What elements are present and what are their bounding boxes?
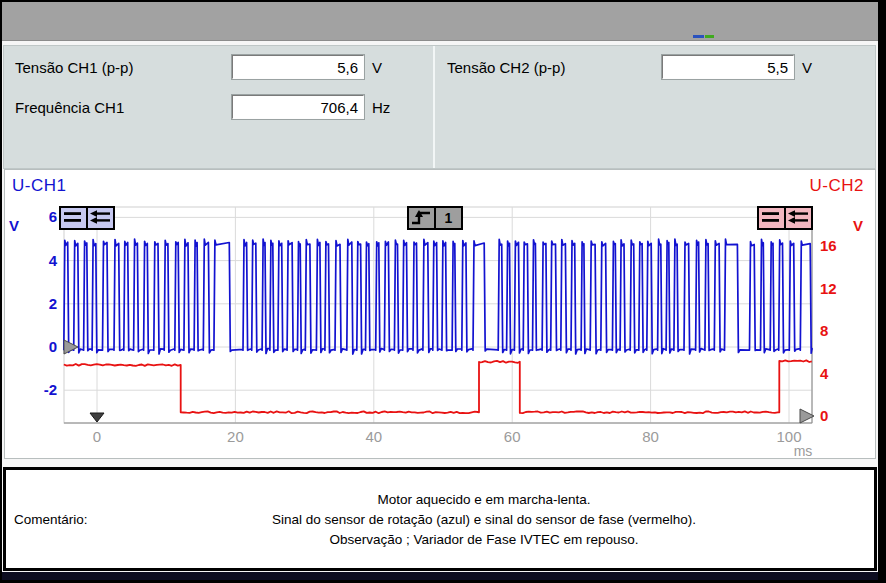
comment-line-1: Motor aquecido e em marcha-lenta. bbox=[94, 490, 874, 510]
right-tick-label: 12 bbox=[820, 280, 837, 297]
titlebar bbox=[2, 2, 878, 41]
left-tick-label: 6 bbox=[49, 208, 57, 225]
ch1-frequency-unit: Hz bbox=[372, 99, 390, 116]
rising-edge-trigger-icon bbox=[409, 208, 436, 228]
app-window: Tensão CH1 (p-p) 5,6 V Frequência CH1 70… bbox=[2, 2, 878, 580]
comment-panel: Comentário: Motor aquecido e em marcha-l… bbox=[3, 467, 877, 571]
trigger-channel-number: 1 bbox=[445, 211, 453, 225]
ch1-voltage-unit: V bbox=[372, 59, 382, 76]
ch2-voltage-field[interactable]: 5,5 bbox=[662, 55, 794, 79]
ch2-trace-title: U-CH2 bbox=[810, 176, 864, 196]
x-tick-label: 80 bbox=[642, 428, 659, 445]
trigger-channel-cell: 1 bbox=[436, 208, 461, 228]
titlebar-logo-dash-blue bbox=[693, 35, 704, 38]
right-tick-label: 0 bbox=[820, 407, 828, 424]
ch2-shift-left-icon bbox=[786, 208, 811, 228]
time-unit-label: ms bbox=[794, 443, 813, 459]
right-tick-label: 4 bbox=[820, 365, 829, 382]
right-tick-label: 8 bbox=[820, 322, 828, 339]
left-tick-label: -2 bbox=[44, 381, 57, 398]
left-tick-label: 2 bbox=[49, 295, 57, 312]
ch1-frequency-field[interactable]: 706,4 bbox=[232, 95, 364, 119]
comment-label: Comentário: bbox=[14, 512, 88, 527]
left-axis-unit-label: V bbox=[9, 217, 19, 234]
x-tick-label: 60 bbox=[504, 428, 521, 445]
ch1-voltage-label: Tensão CH1 (p-p) bbox=[15, 59, 133, 76]
ch2-voltage-unit: V bbox=[802, 59, 812, 76]
ch2-scale-icon bbox=[759, 208, 786, 228]
comment-text: Motor aquecido e em marcha-lenta. Sinal … bbox=[94, 490, 874, 550]
ch2-voltage-label: Tensão CH2 (p-p) bbox=[447, 59, 565, 76]
trigger-button[interactable]: 1 bbox=[407, 206, 463, 230]
oscilloscope-panel: 0204060801006420-21612840ms U-CH1 U-CH2 … bbox=[4, 169, 876, 459]
ch1-voltage-field[interactable]: 5,6 bbox=[232, 55, 364, 79]
ch1-frequency-label: Frequência CH1 bbox=[15, 99, 124, 116]
ch1-trace-title: U-CH1 bbox=[12, 176, 66, 196]
comment-line-3: Observação ; Variador de Fase IVTEC em r… bbox=[94, 530, 874, 550]
left-tick-label: 4 bbox=[49, 252, 58, 269]
right-tick-label: 16 bbox=[820, 237, 837, 254]
titlebar-logo-dash-green bbox=[705, 35, 714, 38]
ch1-settings-button[interactable] bbox=[59, 206, 115, 230]
right-axis-unit-label: V bbox=[853, 217, 863, 234]
x-tick-label: 40 bbox=[365, 428, 382, 445]
measurements-divider bbox=[433, 46, 435, 168]
left-tick-label: 0 bbox=[49, 338, 57, 355]
screenshot-root: { "titlebar": { "logo_dash_colors": ["#2… bbox=[0, 0, 886, 583]
measurements-panel: Tensão CH1 (p-p) 5,6 V Frequência CH1 70… bbox=[3, 45, 876, 169]
ch2-settings-button[interactable] bbox=[757, 206, 813, 230]
x-tick-label: 20 bbox=[227, 428, 244, 445]
bottom-bar bbox=[2, 572, 878, 580]
comment-line-2: Sinal do sensor de rotação (azul) e sina… bbox=[94, 510, 874, 530]
x-tick-label: 0 bbox=[93, 428, 101, 445]
ch1-shift-left-icon bbox=[88, 208, 113, 228]
ch1-scale-icon bbox=[61, 208, 88, 228]
